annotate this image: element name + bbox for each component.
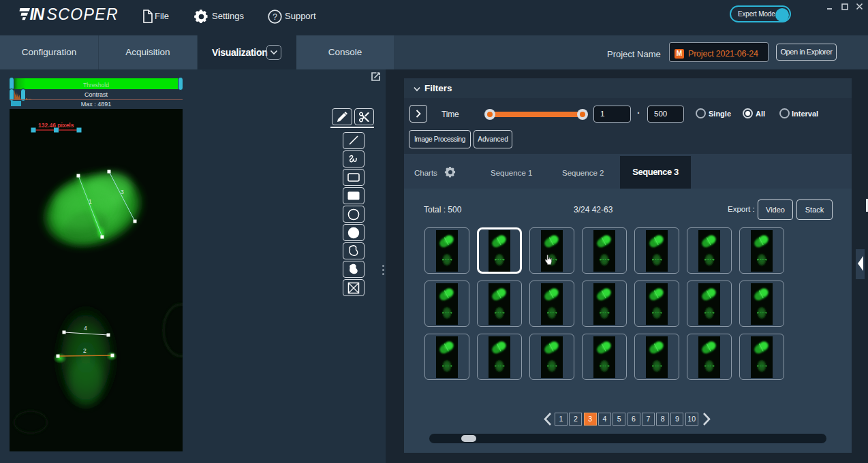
svg-text:3: 3 bbox=[121, 189, 124, 195]
svg-text:IN: IN bbox=[30, 5, 45, 23]
svg-text:SCOPER: SCOPER bbox=[47, 5, 119, 23]
svg-text:?: ? bbox=[273, 12, 277, 22]
svg-text:4: 4 bbox=[84, 325, 87, 332]
svg-text:2: 2 bbox=[83, 347, 87, 354]
svg-text:1: 1 bbox=[89, 198, 92, 205]
